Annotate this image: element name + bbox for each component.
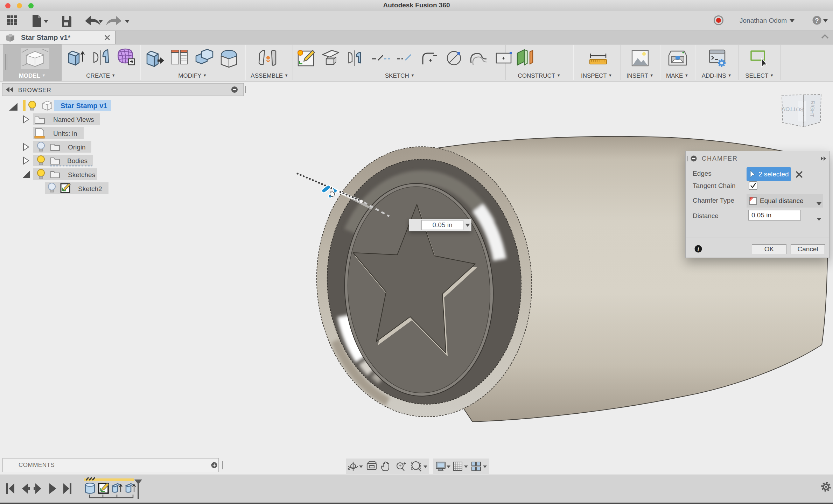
svg-text:Jonathan Odom: Jonathan Odom [740, 17, 787, 24]
svg-text:Units: in: Units: in [53, 130, 77, 137]
svg-text:Origin: Origin [68, 144, 86, 151]
svg-text:Sketch2: Sketch2 [78, 185, 102, 192]
svg-text:RIGHT: RIGHT [809, 100, 816, 117]
svg-text:BROWSER: BROWSER [18, 87, 51, 93]
svg-text:Sketches: Sketches [68, 171, 95, 178]
svg-text:i: i [698, 246, 699, 252]
svg-text:Named Views: Named Views [53, 116, 94, 123]
svg-text:BOTTOM: BOTTOM [781, 106, 804, 113]
svg-text:?: ? [815, 17, 819, 24]
svg-text:Star Stamp v1: Star Stamp v1 [61, 102, 107, 110]
svg-text:Bodies: Bodies [67, 157, 88, 164]
